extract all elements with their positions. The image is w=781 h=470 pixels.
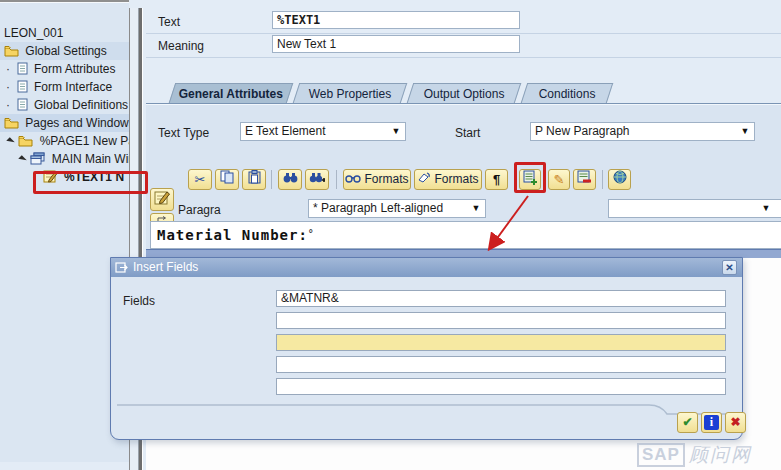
field-input-5[interactable]	[276, 378, 726, 395]
paragraph-select[interactable]: * Paragraph Left-aligned ▼	[308, 199, 486, 218]
glasses-icon	[345, 170, 361, 189]
display-formats-button[interactable]: Formats	[343, 169, 411, 190]
binoculars-icon	[283, 172, 298, 187]
tab-output-options[interactable]: Output Options	[407, 83, 521, 103]
chevron-down-icon[interactable]: ▼	[738, 123, 752, 140]
tree-label: Global Settings	[25, 44, 106, 58]
globe-icon	[613, 172, 627, 187]
find-button[interactable]	[278, 169, 302, 190]
expand-arrow-icon[interactable]	[6, 137, 14, 145]
chevron-down-icon[interactable]: ▼	[759, 200, 773, 217]
tree-node-page1[interactable]: %PAGE1 New Pag	[0, 132, 129, 150]
paragraph-marks-button[interactable]: ¶	[485, 169, 508, 190]
dialog-title: Insert Fields	[133, 260, 198, 274]
binoculars-plus-icon	[309, 172, 325, 187]
tab-label: Conditions	[538, 84, 595, 104]
meaning-input[interactable]: New Text 1	[272, 35, 520, 53]
x-icon: ✖	[730, 415, 740, 429]
watermark: SAP 顾问网	[637, 441, 779, 468]
close-icon[interactable]: ✕	[722, 260, 737, 275]
cut-button[interactable]: ✂	[188, 169, 212, 190]
expand-arrow-icon[interactable]	[18, 155, 26, 163]
tree-bullet: ·	[6, 62, 13, 76]
folder-icon	[18, 134, 33, 150]
pencil-icon: ✎	[554, 172, 565, 187]
start-label: Start	[455, 126, 480, 140]
note-pencil-icon	[154, 194, 170, 208]
graphic-button[interactable]	[608, 169, 631, 190]
tree-node-global-settings[interactable]: Global Settings	[0, 42, 129, 60]
chevron-down-icon[interactable]: ▼	[469, 200, 483, 217]
editor-toggle-button[interactable]	[150, 188, 174, 211]
field-input-1[interactable]: &MATNR&	[276, 290, 726, 307]
tab-label: Web Properties	[308, 84, 390, 104]
cancel-button[interactable]: ✖	[725, 412, 746, 433]
toolbar-separator	[336, 170, 337, 189]
folder-icon	[4, 116, 19, 132]
sap-smartforms-screen: LEON_001 Global Settings · Form Attribut…	[0, 0, 781, 470]
folder-icon	[4, 44, 19, 60]
text-type-label: Text Type	[158, 126, 209, 140]
document-icon	[17, 62, 28, 78]
tab-web-properties[interactable]: Web Properties	[293, 83, 407, 103]
character-format-select[interactable]: ▼	[608, 199, 781, 218]
continue-button[interactable]: ✔	[677, 412, 698, 433]
dialog-titlebar[interactable]: Insert Fields ✕	[111, 258, 742, 277]
dialog-footer-separator	[111, 402, 744, 416]
watermark-site: 顾问网	[689, 442, 752, 468]
toolbar-separator	[271, 170, 272, 189]
tree-label: LEON_001	[4, 26, 63, 40]
help-button[interactable]: i	[701, 412, 722, 433]
tree-label: Pages and Windows	[25, 116, 129, 130]
divider	[146, 33, 781, 34]
insert-fields-dialog: Insert Fields ✕ Fields &MATNR& ✔ i ✖	[110, 257, 743, 440]
tab-label: General Attributes	[179, 84, 283, 104]
inline-text-editor[interactable]: Material Number:°	[150, 221, 781, 249]
start-value: P New Paragraph	[535, 124, 630, 138]
copy-button[interactable]	[215, 169, 239, 190]
scissors-icon: ✂	[195, 172, 206, 187]
pilcrow-icon: ¶	[493, 172, 500, 187]
start-select[interactable]: P New Paragraph ▼	[530, 122, 755, 141]
tree-label: Form Attributes	[34, 62, 115, 76]
watermark-brand: SAP	[637, 443, 685, 467]
tree-node-form-name[interactable]: LEON_001	[0, 24, 129, 42]
tree-node-pages-and-windows[interactable]: Pages and Windows	[0, 114, 129, 132]
tree-node-main-window[interactable]: MAIN Main Win	[0, 150, 129, 168]
paragraph-value: * Paragraph Left-aligned	[313, 201, 443, 215]
field-minus-icon	[577, 173, 592, 188]
field-input-4[interactable]	[276, 356, 726, 373]
tab-conditions[interactable]: Conditions	[521, 83, 613, 103]
field-input-3-highlighted[interactable]	[276, 334, 726, 351]
tree-node-form-interface[interactable]: · Form Interface	[0, 78, 129, 96]
divider	[146, 57, 781, 58]
text-type-select[interactable]: E Text Element ▼	[240, 122, 406, 141]
paragraph-end-mark: °	[308, 228, 315, 239]
annotation-box-insert-field-button	[514, 162, 546, 193]
dialog-window-icon	[115, 261, 129, 280]
editor-text-line: Material Number:°	[151, 222, 781, 243]
tree-label: Form Interface	[34, 80, 112, 94]
tab-general-attributes[interactable]: General Attributes	[169, 83, 293, 103]
info-icon: i	[704, 415, 719, 430]
edit-field-button[interactable]: ✎	[548, 169, 570, 190]
chevron-down-icon[interactable]: ▼	[389, 123, 403, 140]
tree-label: Global Definitions	[34, 98, 128, 112]
tree-node-form-attributes[interactable]: · Form Attributes	[0, 60, 129, 78]
text-field-label: Text	[158, 15, 180, 29]
window-icon	[30, 152, 45, 168]
paste-button[interactable]	[242, 169, 266, 190]
tree-node-global-definitions[interactable]: · Global Definitions	[0, 96, 129, 114]
document-icon	[17, 80, 28, 96]
copy-icon	[220, 172, 234, 187]
change-field-button[interactable]	[573, 169, 596, 190]
tab-label: Output Options	[423, 84, 504, 104]
tree-label: MAIN Main Win	[52, 152, 129, 166]
reset-formats-button[interactable]: Formats	[414, 169, 482, 190]
text-name-input[interactable]: %TEXT1	[272, 11, 520, 29]
find-next-button[interactable]	[305, 169, 329, 190]
tree-label: %PAGE1 New Pag	[40, 134, 129, 148]
field-input-2[interactable]	[276, 312, 726, 329]
annotation-box-tree-text1	[33, 171, 148, 194]
eraser-arrow-icon	[417, 170, 431, 189]
